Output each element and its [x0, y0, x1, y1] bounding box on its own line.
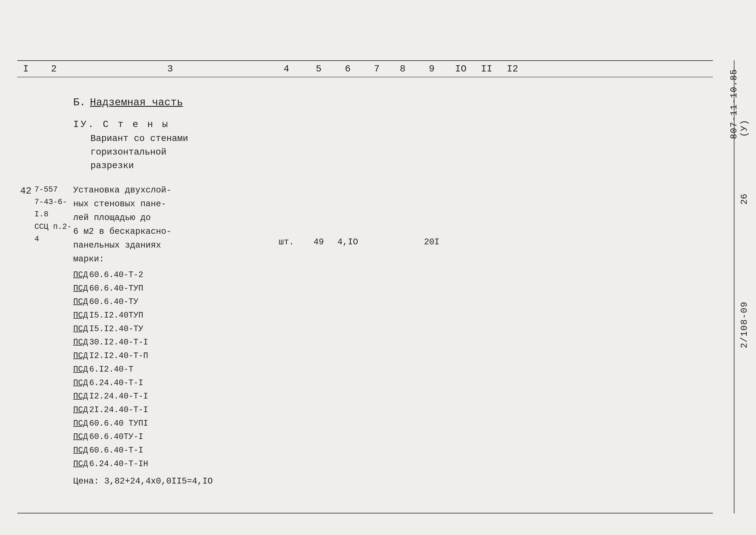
row-unit: шт.: [267, 183, 306, 247]
mark-item: ПСД 60.6.40-ТУП: [73, 282, 263, 296]
content-section: Б. Надземная часть IУ. С т е н ы Вариант…: [17, 77, 713, 495]
col-header-1: I: [17, 64, 35, 74]
mark-item: ПСД 60.6.40-Т-I: [73, 444, 263, 457]
price-line: Цена: 3,82+24,4x0,0II5=4,IO: [73, 474, 263, 488]
mark-item: ПСД 6.24.40-Т-IН: [73, 457, 263, 471]
col-header-8: 8: [390, 64, 416, 74]
page: I 2 3 4 5 6 7 8 9 IO II I2 Б. Надземная …: [0, 0, 756, 535]
col-header-3: 3: [73, 64, 267, 74]
col-header-6: 6: [332, 64, 364, 74]
col-header-2: 2: [35, 64, 73, 74]
row-number: 42: [17, 183, 35, 196]
col-header-12: I2: [499, 64, 525, 74]
mark-item: ПСД I5.I2.40ТУП: [73, 309, 263, 322]
main-table: I 2 3 4 5 6 7 8 9 IO II I2 Б. Надземная …: [17, 60, 713, 495]
row-description: Установка двухслой- ных стеновых пане- л…: [73, 183, 267, 488]
col-header-11: II: [474, 64, 499, 74]
section-iv: IУ. С т е н ы Вариант со стенамигоризонт…: [17, 115, 713, 177]
header-row: I 2 3 4 5 6 7 8 9 IO II I2: [17, 61, 713, 77]
row-42: 42 7-557 7-43-6-I.8 ССЦ п.2-4 Установка …: [17, 177, 713, 495]
sidebar-text-top: 807-11-10.85 (У): [729, 69, 749, 139]
mark-item: ПСД 60.6.40-ТУ: [73, 295, 263, 309]
mark-item: ПСД 60.6.40ТУ-I: [73, 430, 263, 444]
bottom-border: [17, 513, 713, 514]
mark-item: ПСД 60.6.40 ТУПI: [73, 417, 263, 430]
mark-item: ПСД 60.6.40-Т-2: [73, 268, 263, 282]
section-b-prefix: Б.: [73, 97, 86, 108]
sidebar-text-mid: 26: [739, 194, 749, 205]
mark-item: ПСД I2.I2.40-Т-П: [73, 349, 263, 363]
mark-item: ПСД 2I.24.40-Т-I: [73, 403, 263, 417]
row-ref: 7-557 7-43-6-I.8 ССЦ п.2-4: [35, 183, 73, 245]
mark-item: ПСД 6.I2.40-Т: [73, 363, 263, 376]
row-col6: 4,IO: [332, 183, 364, 247]
mark-item: ПСД I2.24.40-Т-I: [73, 390, 263, 403]
col-header-4: 4: [267, 64, 306, 74]
col-header-5: 5: [306, 64, 332, 74]
section-iv-subheading: Вариант со стенамигоризонтальнойразрезки: [73, 132, 713, 173]
row-col9: 20I: [416, 183, 448, 247]
section-b-title: Надземная часть: [90, 97, 183, 108]
row-col5: 49: [306, 183, 332, 247]
sidebar-text-bot: 2/108-09: [739, 301, 749, 348]
row-desc-main: Установка двухслой- ных стеновых пане- л…: [73, 183, 263, 266]
mark-item: ПСД I5.I2.40-ТУ: [73, 322, 263, 336]
mark-item: ПСД 6.24.40-Т-I: [73, 376, 263, 390]
col-header-9: 9: [416, 64, 448, 74]
col-header-10: IO: [448, 64, 474, 74]
mark-item: ПСД 30.I2.40-Т-I: [73, 336, 263, 349]
col-header-7: 7: [364, 64, 390, 74]
section-iv-heading: IУ. С т е н ы: [73, 119, 713, 130]
section-b: Б. Надземная часть: [17, 86, 713, 115]
marks-list: ПСД 60.6.40-Т-2 ПСД 60.6.40-ТУП ПСД 60.6…: [73, 268, 263, 471]
